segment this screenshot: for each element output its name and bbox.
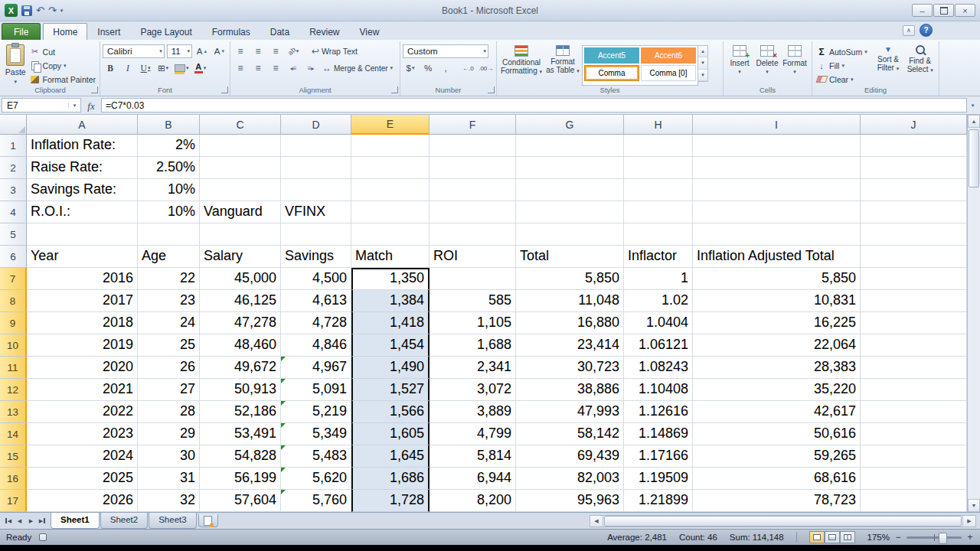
cell-A15[interactable]: 2024 bbox=[27, 445, 138, 468]
cell-B11[interactable]: 26 bbox=[138, 357, 200, 379]
cell-J15[interactable] bbox=[861, 445, 967, 468]
column-header-H[interactable]: H bbox=[624, 115, 693, 135]
wrap-text-button[interactable]: ↩Wrap Text bbox=[310, 45, 359, 58]
cell-D2[interactable] bbox=[281, 157, 351, 179]
merge-center-button[interactable]: ↔Merge & Center▾ bbox=[321, 62, 394, 75]
cell-B16[interactable]: 31 bbox=[138, 468, 200, 490]
increase-decimal-button[interactable]: ←.0 bbox=[460, 61, 475, 75]
row-header-1[interactable]: 1 bbox=[0, 135, 27, 157]
cell-style-comma[interactable]: Comma bbox=[584, 65, 639, 81]
next-sheet-button[interactable]: ▶ bbox=[25, 515, 37, 527]
cell-E16[interactable]: 1,686 bbox=[351, 468, 430, 490]
cell-B2[interactable]: 2.50% bbox=[138, 157, 200, 179]
cell-A7[interactable]: 2016 bbox=[27, 268, 138, 290]
cell-H7[interactable]: 1 bbox=[624, 268, 693, 290]
cell-E15[interactable]: 1,645 bbox=[351, 445, 430, 468]
cell-I9[interactable]: 16,225 bbox=[693, 312, 861, 334]
cell-E4[interactable] bbox=[351, 201, 430, 223]
cell-D7[interactable]: 4,500 bbox=[281, 268, 351, 290]
ribbon-tab-review[interactable]: Review bbox=[299, 23, 349, 40]
cell-F7[interactable] bbox=[430, 268, 516, 290]
cell-G2[interactable] bbox=[516, 157, 624, 179]
decrease-decimal-button[interactable]: .00→ bbox=[478, 61, 494, 75]
ribbon-tab-page-layout[interactable]: Page Layout bbox=[130, 23, 201, 40]
cell-B17[interactable]: 32 bbox=[138, 490, 200, 512]
cell-D15[interactable]: 5,483 bbox=[281, 445, 351, 468]
cell-H1[interactable] bbox=[624, 135, 693, 157]
cell-I8[interactable]: 10,831 bbox=[693, 290, 861, 312]
cell-I1[interactable] bbox=[693, 135, 861, 157]
cell-E11[interactable]: 1,490 bbox=[351, 357, 430, 379]
scroll-down-icon[interactable]: ▼ bbox=[968, 499, 980, 512]
cell-A16[interactable]: 2025 bbox=[27, 468, 138, 490]
sheet-tab-sheet1[interactable]: Sheet1 bbox=[51, 513, 100, 529]
cell-A11[interactable]: 2020 bbox=[27, 357, 138, 379]
cell-H4[interactable] bbox=[624, 201, 693, 223]
cell-E1[interactable] bbox=[351, 135, 430, 157]
cell-B9[interactable]: 24 bbox=[138, 312, 200, 334]
font-color-button[interactable]: A▾ bbox=[193, 61, 208, 75]
scroll-up-icon[interactable]: ▲ bbox=[968, 115, 980, 128]
cell-H16[interactable]: 1.19509 bbox=[624, 468, 693, 490]
cell-H2[interactable] bbox=[624, 157, 693, 179]
cell-F11[interactable]: 2,341 bbox=[430, 357, 516, 379]
cell-J4[interactable] bbox=[861, 201, 967, 223]
cell-G17[interactable]: 95,963 bbox=[516, 490, 624, 512]
align-center-button[interactable]: ≡ bbox=[250, 61, 266, 75]
cell-I15[interactable]: 59,265 bbox=[693, 445, 861, 468]
bold-button[interactable]: B bbox=[103, 61, 118, 75]
cell-B4[interactable]: 10% bbox=[138, 201, 200, 223]
qat-customize-icon[interactable]: ▾ bbox=[60, 8, 64, 14]
cell-D17[interactable]: 5,760 bbox=[281, 490, 351, 512]
middle-align-button[interactable]: ≡ bbox=[250, 44, 266, 58]
cut-button[interactable]: ✂Cut bbox=[28, 45, 97, 58]
cell-F14[interactable]: 4,799 bbox=[430, 423, 516, 445]
cell-F4[interactable] bbox=[430, 201, 516, 223]
name-box[interactable]: E7▾ bbox=[2, 98, 81, 112]
increase-indent-button[interactable]: ≡▸ bbox=[303, 61, 318, 75]
first-sheet-button[interactable]: ◀ bbox=[2, 515, 14, 527]
cell-A13[interactable]: 2022 bbox=[27, 401, 138, 423]
cell-B15[interactable]: 30 bbox=[138, 445, 200, 468]
cell-I7[interactable]: 5,850 bbox=[693, 268, 861, 290]
row-header-8[interactable]: 8 bbox=[0, 290, 27, 312]
cell-E5[interactable] bbox=[351, 223, 430, 246]
comma-style-button[interactable]: , bbox=[438, 61, 453, 75]
row-header-15[interactable]: 15 bbox=[0, 445, 27, 468]
cell-C6[interactable]: Salary bbox=[200, 246, 281, 268]
column-header-J[interactable]: J bbox=[861, 115, 967, 135]
scroll-left-icon[interactable]: ◀ bbox=[590, 516, 603, 527]
save-icon[interactable] bbox=[21, 5, 32, 16]
copy-button[interactable]: Copy▾ bbox=[28, 59, 97, 72]
column-header-B[interactable]: B bbox=[138, 115, 200, 135]
last-sheet-button[interactable]: ▶ bbox=[37, 515, 48, 527]
undo-icon[interactable]: ↶ bbox=[36, 5, 44, 15]
cell-C2[interactable] bbox=[200, 157, 281, 179]
file-tab[interactable]: File bbox=[2, 23, 41, 40]
column-header-I[interactable]: I bbox=[693, 115, 861, 135]
cell-E8[interactable]: 1,384 bbox=[351, 290, 430, 312]
gallery-up-icon[interactable]: ▲ bbox=[698, 46, 707, 57]
cell-C10[interactable]: 48,460 bbox=[200, 334, 281, 357]
cell-G5[interactable] bbox=[516, 223, 624, 246]
number-dialog-launcher-icon[interactable] bbox=[488, 86, 495, 93]
accounting-format-button[interactable]: $▾ bbox=[403, 61, 418, 75]
cell-C11[interactable]: 49,672 bbox=[200, 357, 281, 379]
cell-F8[interactable]: 585 bbox=[430, 290, 516, 312]
column-header-E[interactable]: E bbox=[351, 115, 430, 135]
cell-I4[interactable] bbox=[693, 201, 861, 223]
select-all-button[interactable] bbox=[0, 115, 27, 135]
delete-cells-button[interactable]: × Delete ▾ bbox=[753, 43, 781, 86]
cell-A1[interactable]: Inflation Rate: bbox=[27, 135, 138, 157]
vertical-scrollbar[interactable]: ▲ ▼ bbox=[967, 115, 980, 512]
font-name-select[interactable]: Calibri▾ bbox=[103, 44, 165, 58]
normal-view-button[interactable] bbox=[809, 531, 825, 543]
cell-J7[interactable] bbox=[861, 268, 967, 290]
cell-style-comma0[interactable]: Comma [0] bbox=[641, 65, 696, 81]
top-align-button[interactable]: ≡ bbox=[233, 44, 248, 58]
cell-A4[interactable]: R.O.I.: bbox=[27, 201, 138, 223]
cell-J2[interactable] bbox=[861, 157, 967, 179]
cell-I3[interactable] bbox=[693, 179, 861, 201]
format-as-table-button[interactable]: Format as Table ▾ bbox=[544, 43, 582, 86]
paste-button[interactable]: Paste ▾ bbox=[3, 43, 28, 86]
